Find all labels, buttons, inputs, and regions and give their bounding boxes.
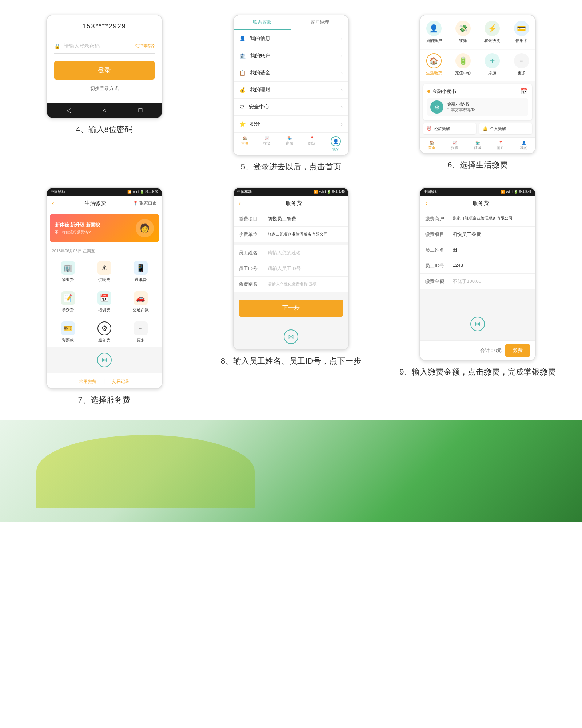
reminder-personal[interactable]: 🔔 个人提醒 bbox=[479, 123, 532, 134]
step9-back-arrow[interactable]: ‹ bbox=[425, 199, 427, 207]
credit-icon: 💳 bbox=[514, 21, 529, 36]
home-btn[interactable]: ○ bbox=[103, 107, 107, 114]
service-xueza[interactable]: 📝 学杂费 bbox=[50, 287, 86, 317]
top-icon-transfer[interactable]: 💸 转账 bbox=[450, 21, 477, 43]
location-tag: 📍 张家口市 bbox=[133, 200, 157, 206]
transaction-record-link[interactable]: 交易记录 bbox=[112, 379, 129, 385]
service-jiaotong[interactable]: 🚗 交通罚款 bbox=[123, 287, 159, 317]
back-btn[interactable]: ◁ bbox=[66, 106, 71, 114]
nav-home[interactable]: 🏠 首页 bbox=[241, 136, 248, 152]
more-icon-item[interactable]: ··· 更多 bbox=[508, 53, 535, 76]
step8-logo: ⋈ bbox=[234, 324, 348, 349]
nav-invest[interactable]: 📈 投资 bbox=[263, 136, 271, 152]
service-wuye[interactable]: 🏢 物业费 bbox=[50, 257, 86, 287]
tongxun-icon: 📱 bbox=[134, 261, 148, 275]
lock-icon: 🔒 bbox=[54, 43, 60, 49]
recent-btn[interactable]: □ bbox=[138, 107, 142, 114]
pay-button[interactable]: 缴费 bbox=[505, 344, 530, 357]
login-button[interactable]: 登录 bbox=[54, 61, 155, 80]
home-screen: 👤 我的账户 💸 转账 ⚡ 农银快贷 bbox=[420, 15, 535, 153]
total-payment-row: 合计：0元 缴费 bbox=[420, 340, 535, 360]
step8-battery-icon: 🔋 bbox=[327, 190, 331, 194]
menu-item-myinfo[interactable]: 👤 我的信息 › bbox=[234, 30, 348, 47]
shenghuo-icon-item[interactable]: 🏠 生活缴费 bbox=[420, 53, 447, 76]
bottom-logo-area: ⋈ bbox=[47, 347, 162, 373]
top-icon-loan[interactable]: ⚡ 农银快贷 bbox=[479, 21, 506, 43]
tab-account-manager[interactable]: 客户经理 bbox=[291, 15, 348, 30]
common-fee-link[interactable]: 常用缴费 bbox=[79, 379, 96, 385]
nav-mall[interactable]: 🏪 商城 bbox=[286, 136, 293, 152]
menu-item-myfund[interactable]: 📋 我的基金 › bbox=[234, 64, 348, 82]
nav6-nearby[interactable]: 📍 附近 bbox=[497, 141, 504, 150]
forgot-password-link[interactable]: 忘记密码? bbox=[135, 43, 155, 50]
nav6-my[interactable]: 👤 我的 bbox=[520, 141, 527, 150]
top-icon-account[interactable]: 👤 我的账户 bbox=[420, 21, 447, 43]
step4-phone: 153****2929 🔒 请输入登录密码 忘记密码? 登录 切换登录方式 ◁ bbox=[46, 15, 163, 119]
step9-phone: 中国移动 📶 WiFi 🔋 晚上9:49 ‹ 服务费 bbox=[419, 187, 536, 361]
reminder-row: ⏰ 还款提醒 🔔 个人提醒 bbox=[423, 123, 532, 134]
menu-item-mycaifu[interactable]: 💰 我的理财 › bbox=[234, 82, 348, 99]
nav6-mall[interactable]: 🏪 商城 bbox=[474, 141, 481, 150]
home-nav-icon: 🏠 bbox=[243, 136, 247, 140]
next-step-button[interactable]: 下一步 bbox=[239, 300, 343, 317]
nav6-home[interactable]: 🏠 首页 bbox=[428, 141, 435, 150]
service-more[interactable]: ··· 更多 bbox=[123, 317, 159, 347]
switch-login-text[interactable]: 切换登录方式 bbox=[54, 85, 155, 92]
wifi-icon: WiFi bbox=[132, 190, 139, 194]
mall-nav-icon: 🏪 bbox=[287, 136, 292, 140]
chevron-right-icon: › bbox=[341, 36, 343, 41]
myinfo-label: 我的信息 bbox=[250, 35, 270, 42]
confirm-row-amount[interactable]: 缴费金额 不低于100.00 bbox=[420, 274, 535, 289]
step5-panel: 联系客服 客户经理 👤 我的信息 › bbox=[198, 11, 384, 176]
step8-panel: 中国移动 📶 WiFi 🔋 晚上9:48 ‹ 服务费 bbox=[198, 183, 384, 410]
step8-back-arrow[interactable]: ‹ bbox=[239, 199, 241, 207]
nav-my[interactable]: 👤 我的 bbox=[331, 136, 341, 152]
step8-label: 8、输入员工姓名、员工ID号，点下一步 bbox=[221, 356, 361, 367]
menu-item-points[interactable]: ⭐ 积分 › bbox=[234, 116, 348, 133]
chongzhi-icon-item[interactable]: 🔋 充值中心 bbox=[450, 53, 477, 76]
add-icon-item[interactable]: + 添加 bbox=[479, 53, 506, 76]
menu-item-myaccount[interactable]: 🏦 我的账户 › bbox=[234, 47, 348, 64]
chevron-right-icon: › bbox=[341, 70, 343, 76]
step8-bank-logo: ⋈ bbox=[284, 329, 298, 344]
chongzhi-icon: 🔋 bbox=[455, 53, 471, 68]
myfund-icon: 📋 bbox=[239, 70, 246, 76]
form-row-project: 缴费项目 凯悦员工餐费 bbox=[234, 211, 348, 227]
menu-item-security[interactable]: 🛡 安全中心 › bbox=[234, 99, 348, 116]
myinfo-icon: 👤 bbox=[239, 36, 246, 41]
step8-signal-icon: 📶 bbox=[314, 190, 318, 194]
service-peixun[interactable]: 📅 培训费 bbox=[86, 287, 123, 317]
battery-icon: 🔋 bbox=[140, 190, 144, 194]
home6-nav-icon: 🏠 bbox=[430, 141, 434, 145]
account-icon: 👤 bbox=[426, 21, 442, 36]
calendar-icon: 📅 bbox=[521, 88, 528, 95]
caipiao-icon: 🎫 bbox=[61, 321, 75, 335]
step9-app-header: ‹ 服务费 bbox=[420, 196, 535, 211]
step7-label: 7、选择服务费 bbox=[78, 395, 131, 406]
jiaotong-icon: 🚗 bbox=[134, 291, 148, 305]
back-arrow-icon[interactable]: ‹ bbox=[52, 199, 54, 207]
service-caipiao[interactable]: 🎫 彩票款 bbox=[50, 317, 86, 347]
bottom-links: 常用缴费 | 交易记录 bbox=[47, 375, 162, 388]
top-icon-credit[interactable]: 💳 信用卡 bbox=[508, 21, 535, 43]
banner-title: 新体验·新升级·新面貌 bbox=[55, 222, 100, 228]
invest-nav-icon: 📈 bbox=[265, 136, 269, 140]
step9-status-bar: 中国移动 📶 WiFi 🔋 晚上9:49 bbox=[420, 188, 535, 196]
service-gongnuan[interactable]: ☀ 供暖费 bbox=[86, 257, 123, 287]
nav-nearby[interactable]: 📍 附近 bbox=[308, 136, 316, 152]
wuye-icon: 🏢 bbox=[61, 261, 75, 275]
service-fuwu[interactable]: ⚙ 服务费 bbox=[86, 317, 123, 347]
step7-header-title: 生活缴费 bbox=[58, 200, 133, 207]
nav6-invest[interactable]: 📈 投资 bbox=[451, 141, 458, 150]
step9-form: 缴费商户 张家口凯顺企业管理服务有限公司 缴费项目 凯悦员工餐费 员工姓名 田 bbox=[420, 211, 535, 360]
form-row-alias[interactable]: 缴费别名 请输入个性化缴费名称 选填 bbox=[234, 277, 348, 292]
service-tongxun[interactable]: 📱 通讯费 bbox=[123, 257, 159, 287]
form-row-name[interactable]: 员工姓名 请输入您的姓名 bbox=[234, 245, 348, 261]
form-row-id[interactable]: 员工ID号 请输入员工ID号 bbox=[234, 261, 348, 277]
password-row[interactable]: 🔒 请输入登录密码 忘记密码? bbox=[54, 39, 155, 54]
nearby6-nav-icon: 📍 bbox=[498, 141, 503, 145]
reminder-repay[interactable]: ⏰ 还款提醒 bbox=[423, 123, 476, 134]
tab-customer-service[interactable]: 联系客服 bbox=[234, 15, 291, 30]
menu-tabs: 联系客服 客户经理 bbox=[234, 15, 348, 30]
nearby-nav-icon: 📍 bbox=[310, 136, 314, 140]
